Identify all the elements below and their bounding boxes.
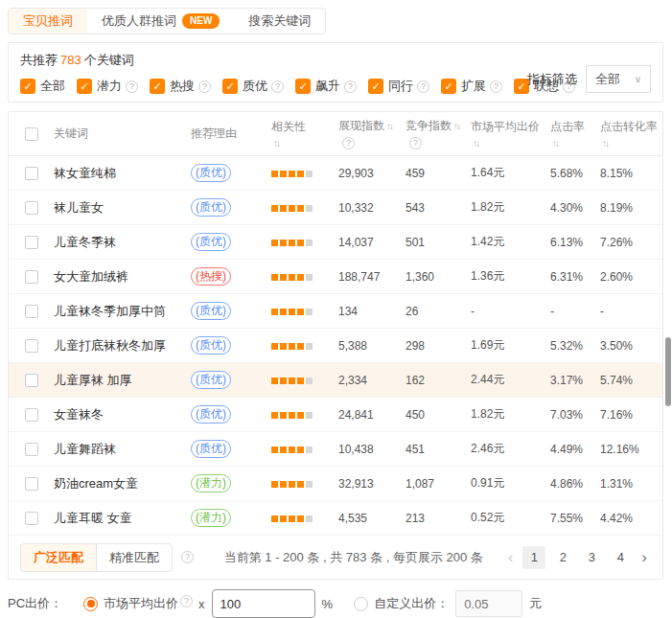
relevance-bar — [271, 274, 278, 281]
column-header-impressions[interactable]: 展现指数↑↓? — [338, 118, 406, 149]
impressions-cell: 10,332 — [338, 201, 406, 215]
filter-checkbox-item-2[interactable]: ✓潜力? — [77, 78, 138, 95]
sort-icon[interactable]: ↑↓ — [552, 138, 600, 149]
table-row-10[interactable]: 奶油cream女童(潜力)32,9131,0870.91元4.86%1.31% — [9, 467, 662, 501]
help-icon[interactable]: ? — [342, 137, 355, 149]
relevance-bar — [271, 446, 278, 453]
reason-badge: (质优) — [191, 233, 231, 251]
ctr-cell: 4.30% — [550, 201, 600, 215]
relevance-bar — [289, 240, 295, 246]
table-row-3[interactable]: 儿童冬季袜(质优)14,0375011.42元6.13%7.26% — [9, 225, 662, 260]
row-checkbox[interactable] — [25, 270, 38, 284]
row-checkbox[interactable] — [25, 236, 38, 249]
keyword-cell: 袜儿童女 — [54, 199, 191, 217]
filter-checkbox-label: 同行 — [388, 78, 413, 95]
market-avg-bid-radio[interactable] — [83, 597, 98, 611]
checked-checkbox-icon[interactable]: ✓ — [368, 79, 383, 94]
page-number-2[interactable]: 2 — [551, 546, 574, 569]
market-avg-bid-help-icon[interactable]: ? — [180, 595, 193, 607]
help-icon[interactable]: ? — [409, 137, 422, 149]
prev-page-icon[interactable]: ‹ — [504, 549, 518, 565]
table-row-2[interactable]: 袜儿童女(质优)10,3325431.82元4.30%8.19% — [9, 191, 662, 225]
column-header-cvr[interactable]: 点击转化率↑↓ — [600, 119, 662, 149]
table-row-11[interactable]: 儿童耳暖 女童(潜力)4,5352130.52元7.55%4.42% — [9, 501, 662, 536]
competition-cell: 298 — [406, 339, 471, 353]
relevance-bar — [297, 343, 304, 350]
help-icon[interactable]: ? — [344, 80, 357, 93]
tab-2[interactable]: 优质人群推词NEW — [87, 9, 234, 34]
filter-checkbox-item-1[interactable]: ✓全部 — [20, 78, 65, 95]
sort-icon[interactable]: ↑↓ — [386, 121, 392, 131]
help-icon[interactable]: ? — [126, 80, 138, 93]
checked-checkbox-icon[interactable]: ✓ — [20, 79, 35, 94]
row-checkbox[interactable] — [25, 167, 38, 180]
column-header-ctr[interactable]: 点击率↑↓ — [550, 119, 600, 149]
column-header-competition[interactable]: 竞争指数↑↓? — [406, 118, 471, 149]
row-checkbox[interactable] — [25, 512, 38, 525]
table-row-9[interactable]: 儿童舞蹈袜(质优)10,4384512.46元4.49%12.16% — [9, 432, 662, 467]
reason-cell: (潜力) — [191, 474, 271, 492]
select-all-checkbox[interactable] — [25, 127, 38, 141]
filter-checkbox-item-3[interactable]: ✓热搜? — [150, 78, 211, 95]
row-checkbox-cell — [9, 443, 54, 456]
help-icon[interactable]: ? — [198, 80, 211, 93]
next-page-icon[interactable]: › — [637, 549, 651, 565]
match-mode-button-2[interactable]: 精准匹配 — [96, 543, 173, 572]
tab-1[interactable]: 宝贝推词 — [9, 9, 87, 34]
table-row-4[interactable]: 女大童加绒裤(热搜)188,7471,3601.36元6.31%2.60% — [9, 260, 662, 294]
row-checkbox[interactable] — [25, 305, 38, 318]
checked-checkbox-icon[interactable]: ✓ — [441, 79, 456, 94]
table-row-1[interactable]: 袜女童纯棉(质优)29,9034591.64元5.68%8.15% — [9, 156, 662, 191]
bid-percent-input[interactable] — [212, 589, 315, 618]
row-checkbox-cell — [9, 408, 54, 422]
help-icon[interactable]: ? — [271, 80, 284, 93]
row-checkbox[interactable] — [25, 477, 38, 491]
custom-bid-input[interactable] — [455, 590, 522, 617]
ctr-cell: 7.03% — [550, 408, 600, 422]
page-number-3[interactable]: 3 — [580, 546, 603, 569]
row-checkbox[interactable] — [25, 374, 38, 387]
table-row-8[interactable]: 女童袜冬(质优)24,8414501.82元7.03%7.16% — [9, 398, 662, 432]
table-row-6[interactable]: 儿童打底袜秋冬加厚(质优)5,3882981.69元5.32%3.50% — [9, 329, 662, 363]
checked-checkbox-icon[interactable]: ✓ — [150, 79, 165, 94]
radio-dot — [87, 600, 95, 607]
filter-checkbox-item-5[interactable]: ✓飙升? — [295, 78, 357, 95]
match-mode-button-1[interactable]: 广泛匹配 — [20, 543, 97, 572]
sort-icon[interactable]: ↑↓ — [473, 138, 550, 149]
row-checkbox[interactable] — [25, 408, 38, 422]
filter-checkbox-item-6[interactable]: ✓同行? — [368, 78, 429, 95]
reason-badge: (质优) — [191, 336, 231, 355]
table-row-5[interactable]: 儿童袜冬季加厚中筒(质优)13426--- — [9, 294, 662, 329]
scrollbar-thumb[interactable] — [665, 337, 671, 406]
help-icon[interactable]: ? — [490, 80, 502, 93]
ctr-cell: 5.32% — [550, 339, 600, 353]
help-icon[interactable]: ? — [417, 80, 429, 93]
checked-checkbox-icon[interactable]: ✓ — [77, 79, 92, 94]
filter-checkbox-label: 热搜 — [170, 78, 195, 95]
filter-checkbox-item-7[interactable]: ✓扩展? — [441, 78, 502, 95]
column-header-relevance[interactable]: 相关性↑↓ — [271, 119, 338, 149]
checked-checkbox-icon[interactable]: ✓ — [295, 79, 311, 94]
header-label: 竞争指数 — [406, 118, 452, 134]
match-mode-help-icon[interactable]: ? — [181, 551, 194, 563]
checked-checkbox-icon[interactable]: ✓ — [222, 79, 238, 94]
custom-bid-radio[interactable] — [354, 597, 368, 611]
competition-cell: 1,087 — [406, 477, 471, 491]
sort-icon[interactable]: ↑↓ — [453, 121, 459, 131]
row-checkbox[interactable] — [25, 339, 38, 353]
relevance-bar — [289, 412, 295, 419]
row-checkbox[interactable] — [25, 201, 38, 215]
column-header-avg-bid[interactable]: 市场平均出价↑↓ — [471, 119, 550, 149]
relevance-bar — [289, 309, 295, 315]
relevance-bars-icon — [271, 205, 313, 212]
tab-3[interactable]: 搜索关键词 — [234, 9, 325, 34]
sort-icon[interactable]: ↑↓ — [602, 138, 662, 149]
table-row-7[interactable]: 儿童厚袜 加厚(质优)2,3341622.44元3.17%5.74% — [9, 363, 662, 398]
row-checkbox[interactable] — [25, 443, 38, 456]
page-number-4[interactable]: 4 — [609, 546, 632, 569]
metric-filter-select[interactable]: 全部 ∨ — [586, 65, 651, 93]
sort-icon[interactable]: ↑↓ — [273, 138, 338, 149]
ctr-cell: 6.13% — [550, 236, 600, 249]
page-number-1[interactable]: 1 — [522, 546, 545, 569]
filter-checkbox-item-4[interactable]: ✓质优? — [222, 78, 284, 95]
